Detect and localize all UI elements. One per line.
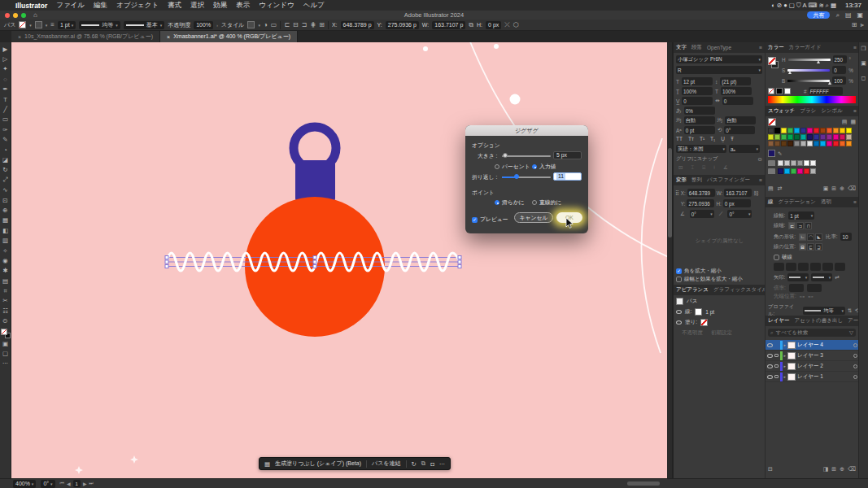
brightness-field[interactable]: 100 bbox=[832, 76, 846, 85]
layer-lock-icon[interactable] bbox=[774, 375, 779, 378]
opacity-field[interactable]: 100% bbox=[194, 21, 213, 29]
subscript-icon[interactable]: T₁ bbox=[710, 136, 715, 142]
smooth-radio[interactable]: 滑らかに bbox=[495, 198, 525, 207]
swatch[interactable] bbox=[781, 128, 787, 133]
hand-tool[interactable]: ☷ bbox=[0, 306, 11, 316]
swatch[interactable] bbox=[833, 128, 839, 133]
menu-item[interactable]: 選択 bbox=[190, 1, 204, 9]
direct-selection-tool[interactable]: ▷ bbox=[0, 54, 11, 63]
display-icon[interactable]: ◐ bbox=[771, 2, 775, 9]
vertical-scrollbar[interactable] bbox=[667, 42, 673, 478]
collect-layers-icon[interactable]: ⊟ bbox=[768, 466, 773, 473]
tab-transform[interactable]: 変形 bbox=[676, 176, 687, 184]
cap-buttons[interactable]: ⊏⊐⊓ bbox=[788, 222, 812, 229]
rotate-field[interactable]: 0°▾ bbox=[690, 210, 714, 218]
menu-item[interactable]: 効果 bbox=[213, 1, 227, 9]
group-swatch[interactable] bbox=[784, 168, 790, 174]
swatch[interactable] bbox=[807, 128, 813, 133]
type-tool[interactable]: T bbox=[0, 94, 11, 104]
shear-field[interactable]: 0°▾ bbox=[727, 210, 752, 218]
swatch[interactable] bbox=[827, 141, 832, 146]
hue-slider[interactable] bbox=[788, 59, 831, 61]
layer-visibility-icon[interactable] bbox=[767, 343, 773, 347]
layer-lock-icon[interactable] bbox=[774, 354, 779, 357]
artboard-tool[interactable]: ⌗ bbox=[0, 285, 11, 295]
zoom-level-select[interactable]: 400% ▾ bbox=[13, 480, 36, 488]
group-swatch[interactable] bbox=[810, 160, 816, 166]
underline-icon[interactable]: Ṳ bbox=[721, 136, 725, 142]
layer-thumbnail[interactable] bbox=[787, 363, 796, 370]
selection-tool[interactable]: ▶ bbox=[0, 44, 11, 54]
align-right-icon[interactable]: ⊐ bbox=[302, 21, 308, 28]
appearance-opacity-link[interactable]: 不透明度 bbox=[682, 329, 703, 337]
magic-wand-tool[interactable]: ✦ bbox=[0, 64, 11, 74]
percent-radio[interactable]: パーセント bbox=[495, 163, 530, 171]
layer-visibility-icon[interactable] bbox=[767, 354, 773, 358]
all-caps-icon[interactable]: TT bbox=[676, 136, 683, 142]
make-mask-icon[interactable]: ◨ bbox=[823, 466, 829, 473]
swatch[interactable] bbox=[813, 134, 819, 140]
collapse-panels-icon[interactable]: ⫸ bbox=[860, 21, 864, 29]
char-rotation-field[interactable]: 0° bbox=[724, 126, 755, 134]
home-icon[interactable]: ⌂ bbox=[33, 11, 37, 19]
swatch[interactable] bbox=[794, 128, 800, 133]
swatch-options-icon[interactable]: ▣ bbox=[823, 185, 829, 192]
flip-along-icon[interactable]: ⇅ bbox=[848, 307, 852, 314]
panel-menu-icon[interactable]: ≡ bbox=[759, 177, 762, 183]
layer-target-icon[interactable] bbox=[853, 375, 857, 379]
tracking-field[interactable]: 0 bbox=[722, 97, 753, 105]
slice-tool[interactable]: ✂ bbox=[0, 296, 11, 306]
document-swatch[interactable] bbox=[768, 150, 775, 157]
rotate-tool[interactable]: ↻ bbox=[0, 165, 11, 175]
stroke-color-well[interactable] bbox=[695, 308, 702, 316]
strikethrough-icon[interactable]: Ŧ bbox=[731, 136, 734, 142]
group-swatch[interactable] bbox=[778, 168, 783, 174]
hex-field[interactable]: FFFFFF bbox=[809, 87, 843, 95]
symbol-sprayer-tool[interactable]: ✱ bbox=[0, 266, 11, 276]
document-tab[interactable]: × 10s_Xmasbanner.ai @ 75.68 % (RGB/プレビュー… bbox=[11, 31, 160, 42]
swatch[interactable] bbox=[833, 141, 839, 146]
swatch[interactable] bbox=[827, 128, 832, 133]
swatch-kinds-icon[interactable]: ⇄ bbox=[778, 185, 783, 192]
layer-row[interactable]: ▸ レイヤー 2 bbox=[765, 361, 859, 372]
first-artboard-icon[interactable]: ⏮ bbox=[60, 481, 64, 486]
corner-buttons[interactable]: ∟◠◣ bbox=[799, 233, 822, 241]
reference-point-locator[interactable]: ⣿ bbox=[675, 190, 679, 196]
fill-proxy[interactable] bbox=[1, 329, 7, 335]
dashed-line-checkbox[interactable]: 破線 bbox=[774, 254, 792, 261]
generative-fill-button[interactable]: 生成塗りつぶし (シェイプ) (Beta) bbox=[275, 460, 361, 468]
group-swatch[interactable] bbox=[778, 160, 783, 166]
arrange-documents-icon[interactable]: ▤ bbox=[845, 11, 852, 19]
language-select[interactable]: 英語：米国▾ bbox=[676, 145, 726, 153]
tab-pathfinder[interactable]: パスファインダー bbox=[707, 176, 750, 184]
expand-arrow-icon[interactable]: ▸ bbox=[784, 353, 787, 358]
size-value-field[interactable]: 5 px bbox=[553, 151, 582, 159]
duplicate-icon[interactable]: ⧉ bbox=[421, 460, 425, 468]
blend-tool[interactable]: ◉ bbox=[0, 255, 11, 265]
ridges-value-field[interactable]: 11 bbox=[553, 172, 582, 181]
visibility-eye-icon[interactable] bbox=[676, 320, 682, 325]
new-layer-icon[interactable]: ⊕ bbox=[840, 466, 844, 473]
constrain-proportions-icon[interactable]: ⛓ bbox=[753, 190, 759, 196]
menu-item[interactable]: ファイル bbox=[56, 1, 85, 9]
swatch[interactable] bbox=[846, 141, 852, 146]
tab-gradient[interactable]: グラデーション bbox=[779, 198, 816, 206]
rectangle-tool[interactable]: ▭ bbox=[0, 115, 11, 124]
tab-align[interactable]: 整列 bbox=[691, 176, 702, 184]
align-stroke-buttons[interactable]: ⊟⊑⊒ bbox=[799, 243, 822, 251]
document-setup-icon[interactable]: ▭ bbox=[271, 21, 277, 28]
hue-field[interactable]: 250 bbox=[833, 55, 847, 63]
swatch-libraries-icon[interactable]: ▤ bbox=[768, 185, 774, 192]
mesh-tool[interactable]: ◧ bbox=[0, 225, 11, 235]
layer-target-icon[interactable] bbox=[853, 354, 857, 358]
close-window-button[interactable] bbox=[5, 13, 10, 18]
line-segment-tool[interactable]: ╱ bbox=[0, 104, 11, 114]
pencil-tool[interactable]: ✎ bbox=[0, 135, 11, 145]
snap-options-icon[interactable]: ⊙ bbox=[758, 156, 762, 163]
search-icon[interactable]: ⌕ bbox=[835, 11, 839, 20]
control-center-icon[interactable]: ▦ bbox=[831, 2, 836, 9]
corner-radio[interactable]: 直線的に bbox=[532, 198, 561, 207]
y-field[interactable]: 275.0936 p bbox=[386, 21, 419, 29]
dialog-title[interactable]: ジグザグ bbox=[465, 125, 588, 136]
layer-row[interactable]: ▸ レイヤー 4 bbox=[765, 340, 859, 351]
